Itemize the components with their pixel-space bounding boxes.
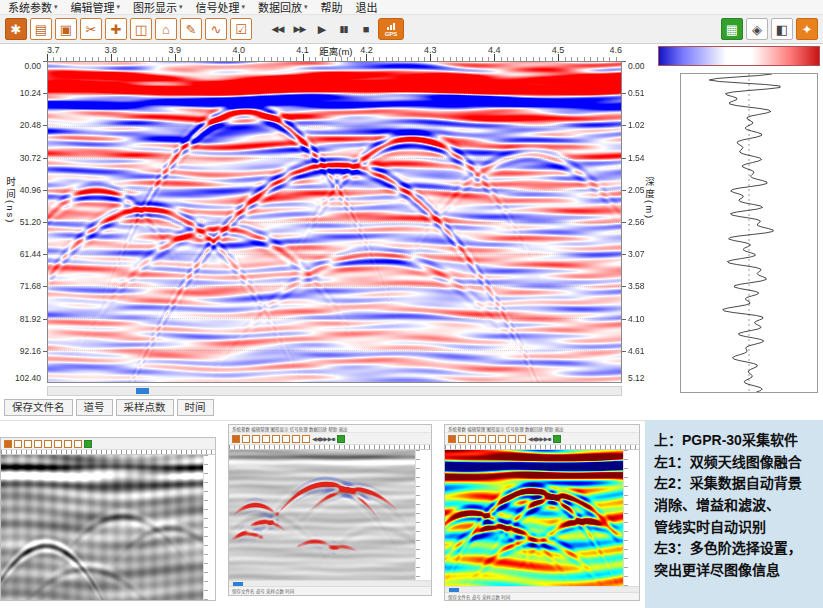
gridline [48, 254, 621, 255]
wave-button[interactable]: ∿ [205, 18, 227, 40]
time-tick-label: 51.20 [20, 217, 41, 227]
mini-tool-icon [272, 435, 280, 443]
radargram-canvas-wrap [47, 61, 622, 383]
depth-tick-label: 0.51 [628, 88, 645, 98]
depth-tick-label: 1.54 [628, 153, 645, 163]
menu-item-label: 帮助 [321, 0, 343, 15]
mini-tool-icon [34, 440, 42, 448]
grid-button[interactable]: ▦ [721, 18, 743, 40]
mini-scrollbar [229, 580, 431, 586]
caption-line: 管线实时自动识别 [654, 517, 815, 539]
pause-button[interactable]: ▮▮ [334, 18, 353, 40]
mini-depth-axis [203, 455, 215, 601]
mini-playback-icons: ◀◀ ▶▶ ▶ ■ [312, 435, 335, 442]
menu-item-3[interactable]: 图形显示▾ [133, 0, 183, 15]
mini-tool-icon [232, 435, 240, 443]
waveform-trace [681, 74, 817, 392]
mini-playback-icons: ◀◀ ▶▶ ▶ ■ [528, 435, 551, 442]
menu-item-label: 系统参数 [8, 0, 52, 15]
menu-item-6[interactable]: 帮助 [321, 0, 343, 15]
time-tick-label: 40.96 [20, 185, 41, 195]
mini-status-bar: 保存文件名 道号 采样点数 时间 [229, 586, 431, 595]
status-tab-2[interactable]: 道号 [76, 399, 113, 416]
gridline [48, 222, 621, 223]
waveform-trace-panel [680, 73, 818, 393]
mini-grid-icon [84, 440, 92, 448]
caption-line: 消除、增益和滤波、 [654, 495, 815, 517]
depth-tick-label: 2.56 [628, 217, 645, 227]
chevron-down-icon: ▾ [54, 3, 58, 11]
power-button[interactable]: ✦ [796, 18, 818, 40]
menu-item-7[interactable]: 退出 [356, 0, 378, 15]
play-button[interactable]: ▶ [312, 18, 331, 40]
main-content: 距离(m) 3.73.83.94.04.14.24.34.44.54.6 时间(… [0, 44, 823, 420]
chevron-down-icon: ▾ [179, 3, 183, 11]
mini-tool-icon [478, 435, 486, 443]
gps-button[interactable]: GPS [378, 18, 404, 40]
mini-grid-icon [553, 435, 561, 443]
depth-tick-label: 1.02 [628, 120, 645, 130]
time-axis: 时间(ns) 0.0010.2420.4830.7240.9651.2061.4… [2, 61, 47, 383]
cut-button[interactable]: ✂ [80, 18, 102, 40]
plot-scrollbar-thumb[interactable] [136, 388, 149, 394]
gridline [48, 350, 621, 351]
x-tick-label: 4.4 [488, 45, 501, 55]
palette-button[interactable]: ◧ [771, 18, 793, 40]
menu-bar: 系统参数▾编辑管理▾图形显示▾信号处理▾数据回放▾帮助退出 [0, 0, 823, 15]
home-button[interactable]: ⌂ [155, 18, 177, 40]
settings-button[interactable]: ✱ [5, 18, 27, 40]
gridline [48, 94, 621, 95]
fast-forward-button[interactable]: ▶▶ [290, 18, 309, 40]
menu-item-5[interactable]: 数据回放▾ [258, 0, 308, 15]
caption-line: 上：PGPR-30采集软件 [654, 430, 815, 452]
menu-item-label: 编辑管理 [71, 0, 115, 15]
mini-depth-axis [623, 450, 635, 586]
menu-item-2[interactable]: 编辑管理▾ [71, 0, 121, 15]
depth-tick-label: 3.58 [628, 281, 645, 291]
gridline [48, 190, 621, 191]
save-button[interactable]: ▤ [30, 18, 52, 40]
thumbnail-auto-processing: 系统参数 编辑管理 图形显示 信号处理 数据回放 帮助 退出 ◀◀ ▶▶ ▶ ■… [228, 424, 432, 596]
right-panel [658, 45, 820, 393]
mini-tool-icon [262, 435, 270, 443]
clamp-button[interactable]: ◫ [130, 18, 152, 40]
plot-scrollbar[interactable] [47, 386, 622, 396]
x-tick-label: 3.7 [47, 45, 60, 55]
gps-label: GPS [385, 31, 398, 37]
edit-button[interactable]: ✎ [180, 18, 202, 40]
menu-item-1[interactable]: 系统参数▾ [8, 0, 58, 15]
check-button[interactable]: ☑ [230, 18, 252, 40]
x-tick-label: 4.5 [552, 45, 565, 55]
rewind-button[interactable]: ◀◀ [268, 18, 287, 40]
mini-tool-icon [4, 440, 12, 448]
radargram-panel: 距离(m) 3.73.83.94.04.14.24.34.44.54.6 时间(… [2, 45, 656, 416]
mini-tool-icon [252, 435, 260, 443]
x-ruler: 距离(m) 3.73.83.94.04.14.24.34.44.54.6 [47, 45, 622, 61]
tools-button[interactable]: ✚ [105, 18, 127, 40]
mini-depth-axis [415, 450, 427, 580]
status-tab-4[interactable]: 时间 [177, 399, 214, 416]
pipeline-detect-radargram-image [229, 450, 415, 580]
depth-axis: 深度(m) 0.000.511.021.542.052.563.073.584.… [622, 61, 656, 383]
depth-axis-title: 深度(m) [642, 177, 656, 220]
time-axis-title: 时间(ns) [3, 177, 17, 224]
colorbar [658, 46, 820, 66]
mini-tool-icon [488, 435, 496, 443]
depth-tick-label: 4.10 [628, 314, 645, 324]
x-tick-label: 4.6 [609, 45, 622, 55]
menu-item-4[interactable]: 信号处理▾ [196, 0, 246, 15]
mini-scrollbar-thumb [233, 582, 243, 586]
status-tab-3[interactable]: 采样点数 [116, 399, 174, 416]
status-tab-1[interactable]: 保存文件名 [4, 399, 73, 416]
mini-tool-icon [44, 440, 52, 448]
snapshot-button[interactable]: ◈ [746, 18, 768, 40]
toolbar: ✱▤▣✂✚◫⌂✎∿☑◀◀▶▶▶▮▮■GPS▦◈◧✦ [0, 15, 823, 44]
mini-tool-icon [302, 435, 310, 443]
depth-tick-label: 2.05 [628, 185, 645, 195]
mini-menu-bar: 系统参数 编辑管理 图形显示 信号处理 数据回放 帮助 退出 [229, 425, 431, 433]
stop-button[interactable]: ■ [356, 18, 375, 40]
mini-toolbar [1, 438, 215, 450]
chevron-down-icon: ▾ [242, 3, 246, 11]
caption-line: 左2：采集数据自动背景 [654, 473, 815, 495]
file-button[interactable]: ▣ [55, 18, 77, 40]
